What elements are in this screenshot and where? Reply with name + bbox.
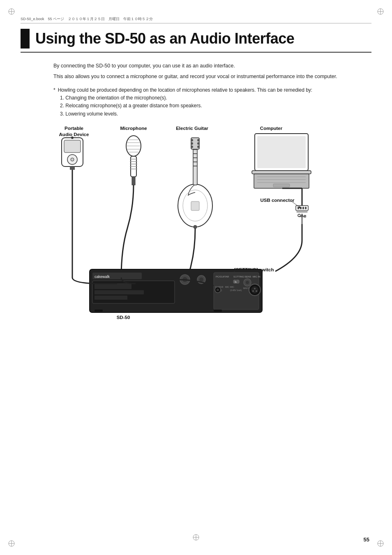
svg-rect-105: [214, 310, 222, 312]
svg-point-42: [197, 146, 200, 148]
note-list: 1. Changing the orientation of the micro…: [60, 94, 359, 118]
svg-rect-104: [95, 310, 103, 312]
svg-rect-43: [193, 149, 197, 150]
svg-text:MIC: MIC: [225, 286, 229, 288]
svg-rect-31: [132, 177, 135, 185]
svg-point-103: [217, 289, 219, 291]
svg-rect-47: [193, 166, 197, 166]
sd50-device-icon: cakewalk PC/GUITAR SETTING SENS MIC IN: [90, 269, 262, 312]
svg-rect-60: [302, 207, 304, 209]
corner-mark-br: [376, 539, 385, 548]
note-text: Howling could be produced depending on t…: [58, 86, 313, 94]
svg-text:SENS: SENS: [244, 275, 251, 278]
svg-point-100: [252, 290, 254, 292]
svg-text:(0.48V 1mA): (0.48V 1mA): [230, 289, 242, 291]
svg-rect-66: [304, 215, 306, 217]
microphone-icon: [121, 136, 141, 278]
svg-point-48: [194, 225, 197, 229]
svg-rect-76: [95, 290, 144, 294]
svg-point-99: [254, 288, 256, 289]
svg-point-15: [71, 158, 74, 161]
asterisk-symbol: *: [53, 86, 55, 94]
header-text: SD-50_e.book 55 ページ ２０１０年１月２５日 月曜日 午前１０時…: [21, 17, 153, 21]
note-asterisk-line: * Howling could be produced depending on…: [53, 86, 359, 94]
corner-mark-tl: [7, 7, 16, 16]
svg-rect-77: [95, 296, 127, 300]
svg-point-81: [199, 278, 203, 282]
svg-point-41: [197, 142, 200, 145]
svg-rect-51: [252, 171, 311, 174]
svg-rect-46: [193, 162, 197, 162]
corner-mark-bl: [7, 539, 16, 548]
svg-text:MIC: MIC: [230, 286, 234, 288]
svg-point-18: [71, 136, 74, 139]
note-item-1: 1. Changing the orientation of the micro…: [60, 94, 359, 102]
svg-point-37: [191, 139, 193, 141]
svg-point-39: [191, 146, 193, 148]
bottom-center-mark: [192, 533, 200, 543]
svg-rect-45: [193, 157, 197, 158]
svg-rect-59: [300, 207, 302, 209]
title-section: Using the SD-50 as an Audio Interface: [21, 29, 371, 53]
svg-text:PC/GUITAR: PC/GUITAR: [216, 275, 229, 278]
svg-rect-61: [305, 207, 307, 209]
diagram-svg: cakewalk PC/GUITAR SETTING SENS MIC IN: [53, 125, 341, 327]
title-accent: [21, 29, 30, 49]
svg-rect-44: [193, 153, 197, 154]
svg-rect-13: [64, 140, 81, 153]
note-section: * Howling could be produced depending on…: [53, 86, 359, 118]
svg-rect-56: [273, 184, 290, 187]
svg-point-40: [197, 139, 200, 141]
svg-marker-67: [301, 214, 303, 216]
note-item-3: 3. Lowering volume levels.: [60, 110, 359, 118]
svg-rect-58: [297, 207, 299, 209]
svg-text:MIC IN: MIC IN: [253, 275, 261, 278]
svg-rect-62: [297, 210, 307, 213]
main-content: By connecting the SD-50 to your computer…: [53, 62, 359, 327]
page-number: 55: [364, 536, 369, 543]
svg-point-98: [251, 286, 258, 294]
svg-text:cakewalk: cakewalk: [95, 275, 110, 279]
title-bar: Using the SD-50 as an Audio Interface: [21, 29, 371, 53]
page-header: SD-50_e.book 55 ページ ２０１０年１月２５日 月曜日 午前１０時…: [21, 16, 371, 23]
svg-point-95: [246, 281, 249, 284]
svg-rect-34: [191, 201, 199, 210]
corner-mark-tr: [376, 7, 385, 16]
portable-audio-device-icon: [62, 136, 83, 278]
page-title: Using the SD-50 as an Audio Interface: [35, 30, 294, 47]
diagram-area: PortableAudio Device Microphone Electric…: [53, 125, 341, 327]
electric-guitar-icon: [177, 138, 212, 280]
svg-rect-50: [257, 136, 306, 168]
svg-point-65: [298, 214, 300, 217]
intro-para-2: This also allows you to connect a microp…: [53, 72, 359, 81]
svg-point-101: [256, 290, 257, 292]
svg-point-38: [191, 142, 193, 145]
computer-icon: [252, 134, 311, 188]
svg-rect-16: [70, 166, 75, 170]
intro-para-1: By connecting the SD-50 to your computer…: [53, 62, 359, 70]
note-item-2: 2. Relocating microphone(s) at a greater…: [60, 102, 359, 110]
usb-connector-icon: [275, 188, 308, 271]
